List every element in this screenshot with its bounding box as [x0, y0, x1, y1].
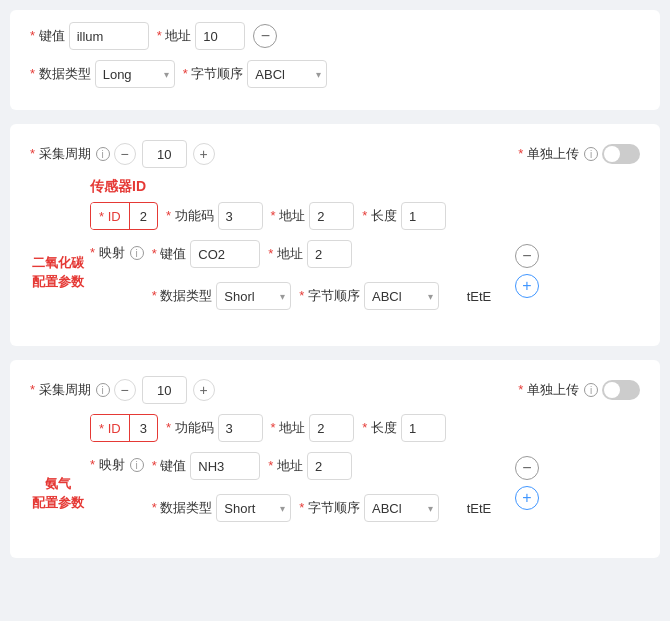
length-label-1: 长度 [362, 207, 397, 225]
map-addr-group-2: 地址 [268, 452, 352, 480]
mapping-rows-2: 键值 地址 数据类型 Short [152, 452, 507, 532]
mapping-label-2: 映射 [90, 456, 125, 474]
single-upload-info-icon-1[interactable]: i [584, 147, 598, 161]
mapping-info-icon-2[interactable]: i [130, 458, 144, 472]
addr-label-1: 地址 [271, 207, 306, 225]
addr-group-1: 地址 [271, 202, 355, 230]
mapping-action-btns-1: − + [515, 240, 539, 298]
num-control-1: − + [114, 140, 215, 168]
map-datatype-select-wrap-2: Short Shorl Long Int Float ▾ [216, 494, 291, 522]
map-byteorder-select-wrap-2: ABCl ABCD DCBA ▾ [364, 494, 439, 522]
map-key-input-2[interactable] [190, 452, 260, 480]
map-addr-label-2: 地址 [268, 457, 303, 475]
datatype-select-0[interactable]: Long Short Int Float [95, 60, 175, 88]
single-upload-toggle-1[interactable] [602, 144, 640, 164]
map-datatype-select-wrap-1: Shorl Short Long Int Float ▾ [216, 282, 291, 310]
mapping-row1-2: 键值 地址 [152, 452, 507, 480]
map-byteorder-select-1[interactable]: ABCl ABCD DCBA [364, 282, 439, 310]
mapping-row2-2: 数据类型 Short Shorl Long Int Float ▾ [152, 494, 507, 522]
byteorder-field-group-0: 字节顺序 ABCl ABCD DCBA ▾ [183, 60, 328, 88]
collect-minus-btn-1[interactable]: − [114, 143, 136, 165]
add-mapping-btn-1[interactable]: + [515, 274, 539, 298]
byteorder-select-wrap-0: ABCl ABCD DCBA ▾ [247, 60, 327, 88]
collect-label-1: 采集周期 [30, 145, 91, 163]
mapping-label-group-2: 映射 i [90, 452, 144, 474]
map-datatype-label-2: 数据类型 [152, 499, 213, 517]
map-addr-group-1: 地址 [268, 240, 352, 268]
collect-input-2[interactable] [142, 376, 187, 404]
tete-value-1: tEtE [447, 289, 507, 304]
mapping-rows-1: 键值 地址 数据类型 Shorl [152, 240, 507, 320]
map-key-group-1: 键值 [152, 240, 261, 268]
mapping-label-1: 映射 [90, 244, 125, 262]
sensor-id-row-1: ID 2 功能码 地址 长度 [90, 202, 640, 230]
mapping-label-group-1: 映射 i [90, 240, 144, 262]
map-byteorder-select-2[interactable]: ABCl ABCD DCBA [364, 494, 439, 522]
map-datatype-select-1[interactable]: Shorl Short Long Int Float [216, 282, 291, 310]
remove-mapping-btn-1[interactable]: − [515, 244, 539, 268]
single-upload-group-2: 单独上传 i [518, 380, 640, 400]
collect-label-2: 采集周期 [30, 381, 91, 399]
addr-group-2: 地址 [271, 414, 355, 442]
card-1: 采集周期 i − + 单独上传 i 二氧化碳 配置参数 [10, 124, 660, 346]
collect-group-2: 采集周期 i − + [30, 376, 215, 404]
length-label-2: 长度 [362, 419, 397, 437]
byteorder-label-0: 字节顺序 [183, 65, 244, 83]
single-upload-label-2: 单独上传 [518, 381, 579, 399]
side-label-1: 二氧化碳 配置参数 [30, 233, 85, 292]
mapping-outer-1: 映射 i 键值 地址 [90, 240, 640, 320]
length-input-2[interactable] [401, 414, 446, 442]
map-datatype-group-2: 数据类型 Short Shorl Long Int Float ▾ [152, 494, 292, 522]
mapping-info-icon-1[interactable]: i [130, 246, 144, 260]
map-key-input-1[interactable] [190, 240, 260, 268]
funccode-input-2[interactable] [218, 414, 263, 442]
key-input-0[interactable] [69, 22, 149, 50]
key-label-0: 键值 [30, 27, 65, 45]
remove-btn-0[interactable]: − [253, 24, 277, 48]
single-upload-toggle-2[interactable] [602, 380, 640, 400]
byteorder-select-0[interactable]: ABCl ABCD DCBA [247, 60, 327, 88]
addr-field-group-0: 地址 [157, 22, 246, 50]
map-byteorder-select-wrap-1: ABCl ABCD DCBA ▾ [364, 282, 439, 310]
mapping-container-1: 键值 地址 数据类型 Shorl [152, 240, 539, 320]
map-addr-input-1[interactable] [307, 240, 352, 268]
id-value-1: 2 [130, 209, 157, 224]
sensor-id-box-1: ID 2 [90, 202, 158, 230]
map-addr-input-2[interactable] [307, 452, 352, 480]
length-group-1: 长度 [362, 202, 446, 230]
sensor-id-box-2: ID 3 [90, 414, 158, 442]
map-byteorder-label-2: 字节顺序 [299, 499, 360, 517]
add-mapping-btn-2[interactable]: + [515, 486, 539, 510]
length-group-2: 长度 [362, 414, 446, 442]
mapping-outer-2: 映射 i 键值 地址 [90, 452, 640, 532]
single-upload-group-1: 单独上传 i [518, 144, 640, 164]
mapping-row1-1: 键值 地址 [152, 240, 507, 268]
funccode-group-2: 功能码 [166, 414, 263, 442]
datatype-select-wrap-0: Long Short Int Float ▾ [95, 60, 175, 88]
collect-minus-btn-2[interactable]: − [114, 379, 136, 401]
addr-input-2[interactable] [309, 414, 354, 442]
collect-plus-btn-2[interactable]: + [193, 379, 215, 401]
funccode-input-1[interactable] [218, 202, 263, 230]
map-addr-label-1: 地址 [268, 245, 303, 263]
minus-icon-0: − [261, 27, 270, 45]
collect-input-1[interactable] [142, 140, 187, 168]
mapping-container-2: 键值 地址 数据类型 Short [152, 452, 539, 532]
single-upload-label-1: 单独上传 [518, 145, 579, 163]
map-byteorder-group-1: 字节顺序 ABCl ABCD DCBA ▾ [299, 282, 439, 310]
map-datatype-select-2[interactable]: Short Shorl Long Int Float [216, 494, 291, 522]
collect-info-icon-2[interactable]: i [96, 383, 110, 397]
single-upload-info-icon-2[interactable]: i [584, 383, 598, 397]
collect-info-icon-1[interactable]: i [96, 147, 110, 161]
map-key-label-2: 键值 [152, 457, 187, 475]
map-byteorder-group-2: 字节顺序 ABCl ABCD DCBA ▾ [299, 494, 439, 522]
length-input-1[interactable] [401, 202, 446, 230]
sensor-id-row-2: ID 3 功能码 地址 长度 [90, 414, 640, 442]
remove-mapping-btn-2[interactable]: − [515, 456, 539, 480]
collect-plus-btn-1[interactable]: + [193, 143, 215, 165]
id-label-2: ID [91, 415, 130, 441]
addr-label-2: 地址 [271, 419, 306, 437]
addr-input-1[interactable] [309, 202, 354, 230]
num-control-2: − + [114, 376, 215, 404]
addr-input-0[interactable] [195, 22, 245, 50]
